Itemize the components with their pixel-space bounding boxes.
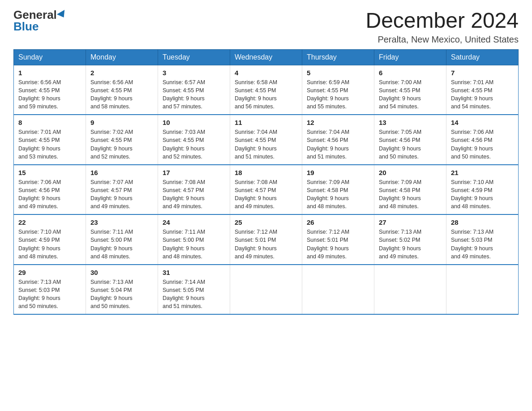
table-row: 10 Sunrise: 7:03 AMSunset: 4:55 PMDaylig… (158, 115, 230, 165)
title-block: December 2024 Peralta, New Mexico, Unite… (365, 9, 519, 45)
table-row: 4 Sunrise: 6:58 AMSunset: 4:55 PMDayligh… (230, 65, 302, 115)
day-number: 12 (307, 119, 369, 126)
day-info: Sunrise: 6:56 AMSunset: 4:55 PMDaylight:… (90, 78, 153, 111)
day-info: Sunrise: 7:10 AMSunset: 4:59 PMDaylight:… (451, 178, 514, 211)
daylight-line2: and 49 minutes. (163, 203, 202, 210)
sunset-text: Sunset: 4:57 PM (163, 187, 204, 193)
day-info: Sunrise: 7:10 AMSunset: 4:59 PMDaylight:… (18, 228, 81, 261)
day-info: Sunrise: 7:03 AMSunset: 4:55 PMDaylight:… (163, 128, 225, 161)
day-number: 31 (163, 269, 225, 276)
daylight-line2: and 57 minutes. (163, 103, 202, 110)
daylight-line1: Daylight: 9 hours (379, 245, 421, 252)
daylight-line2: and 54 minutes. (451, 103, 491, 110)
day-info: Sunrise: 7:11 AMSunset: 5:00 PMDaylight:… (163, 228, 225, 261)
header-sunday: Sunday (14, 49, 86, 65)
daylight-line2: and 51 minutes. (307, 154, 347, 160)
daylight-line1: Daylight: 9 hours (235, 146, 277, 152)
day-info: Sunrise: 7:13 AMSunset: 5:04 PMDaylight:… (90, 278, 153, 311)
sunset-text: Sunset: 4:55 PM (163, 137, 204, 143)
sunrise-text: Sunrise: 6:59 AM (307, 79, 349, 86)
day-info: Sunrise: 7:06 AMSunset: 4:56 PMDaylight:… (18, 178, 81, 211)
day-info: Sunrise: 7:08 AMSunset: 4:57 PMDaylight:… (235, 178, 297, 211)
daylight-line2: and 50 minutes. (18, 303, 58, 309)
sunrise-text: Sunrise: 7:13 AM (90, 279, 133, 285)
sunrise-text: Sunrise: 6:58 AM (235, 79, 277, 86)
sunrise-text: Sunrise: 6:57 AM (163, 79, 205, 86)
day-info: Sunrise: 7:08 AMSunset: 4:57 PMDaylight:… (163, 178, 225, 211)
daylight-line1: Daylight: 9 hours (379, 195, 421, 201)
day-info: Sunrise: 7:14 AMSunset: 5:05 PMDaylight:… (163, 278, 225, 311)
calendar-table: Sunday Monday Tuesday Wednesday Thursday… (13, 49, 519, 315)
sunset-text: Sunset: 4:55 PM (90, 137, 132, 143)
day-info: Sunrise: 7:07 AMSunset: 4:57 PMDaylight:… (90, 178, 153, 211)
daylight-line2: and 56 minutes. (235, 103, 275, 110)
sunset-text: Sunset: 4:58 PM (379, 187, 420, 193)
table-row: 9 Sunrise: 7:02 AMSunset: 4:55 PMDayligh… (86, 115, 158, 165)
sunset-text: Sunset: 4:57 PM (90, 187, 132, 193)
sunrise-text: Sunrise: 7:01 AM (18, 129, 61, 135)
daylight-line2: and 50 minutes. (90, 303, 130, 309)
logo: General Blue (13, 9, 67, 32)
daylight-line1: Daylight: 9 hours (90, 195, 133, 201)
sunset-text: Sunset: 4:55 PM (451, 87, 492, 94)
daylight-line2: and 48 minutes. (163, 253, 202, 260)
day-number: 30 (90, 269, 153, 276)
sunrise-text: Sunrise: 7:11 AM (90, 229, 133, 235)
header-monday: Monday (86, 49, 158, 65)
daylight-line2: and 55 minutes. (307, 103, 347, 110)
daylight-line1: Daylight: 9 hours (235, 195, 277, 201)
calendar-week-row: 15 Sunrise: 7:06 AMSunset: 4:56 PMDaylig… (14, 165, 519, 215)
daylight-line1: Daylight: 9 hours (90, 95, 133, 102)
day-number: 11 (235, 119, 297, 126)
daylight-line2: and 48 minutes. (90, 253, 130, 260)
daylight-line1: Daylight: 9 hours (18, 95, 60, 102)
table-row: 2 Sunrise: 6:56 AMSunset: 4:55 PMDayligh… (86, 65, 158, 115)
calendar-week-row: 8 Sunrise: 7:01 AMSunset: 4:55 PMDayligh… (14, 115, 519, 165)
daylight-line2: and 51 minutes. (163, 303, 202, 309)
table-row: 24 Sunrise: 7:11 AMSunset: 5:00 PMDaylig… (158, 214, 230, 265)
sunset-text: Sunset: 5:03 PM (18, 287, 60, 293)
daylight-line1: Daylight: 9 hours (451, 95, 493, 102)
daylight-line1: Daylight: 9 hours (90, 295, 133, 301)
sunrise-text: Sunrise: 7:10 AM (18, 229, 61, 235)
day-number: 26 (307, 218, 369, 226)
day-info: Sunrise: 7:13 AMSunset: 5:03 PMDaylight:… (18, 278, 81, 311)
sunrise-text: Sunrise: 7:09 AM (379, 179, 421, 185)
daylight-line1: Daylight: 9 hours (18, 195, 60, 201)
calendar-title: December 2024 (365, 9, 519, 33)
daylight-line1: Daylight: 9 hours (307, 195, 349, 201)
daylight-line2: and 58 minutes. (90, 103, 130, 110)
table-row: 3 Sunrise: 6:57 AMSunset: 4:55 PMDayligh… (158, 65, 230, 115)
daylight-line1: Daylight: 9 hours (163, 295, 205, 301)
daylight-line2: and 49 minutes. (235, 253, 275, 260)
day-number: 4 (235, 69, 297, 77)
table-row: 19 Sunrise: 7:09 AMSunset: 4:58 PMDaylig… (302, 165, 374, 215)
daylight-line2: and 49 minutes. (379, 253, 419, 260)
logo-blue-text: Blue (13, 21, 39, 32)
table-row: 27 Sunrise: 7:13 AMSunset: 5:02 PMDaylig… (374, 214, 446, 265)
table-row: 1 Sunrise: 6:56 AMSunset: 4:55 PMDayligh… (14, 65, 86, 115)
sunset-text: Sunset: 4:56 PM (379, 137, 420, 143)
sunrise-text: Sunrise: 7:13 AM (451, 229, 493, 235)
daylight-line2: and 53 minutes. (18, 154, 58, 160)
day-number: 7 (451, 69, 514, 77)
header-friday: Friday (374, 49, 446, 65)
daylight-line1: Daylight: 9 hours (451, 146, 493, 152)
sunrise-text: Sunrise: 7:08 AM (235, 179, 277, 185)
sunset-text: Sunset: 4:55 PM (235, 87, 276, 94)
day-info: Sunrise: 7:02 AMSunset: 4:55 PMDaylight:… (90, 128, 153, 161)
table-row (302, 265, 374, 315)
calendar-week-row: 22 Sunrise: 7:10 AMSunset: 4:59 PMDaylig… (14, 214, 519, 265)
sunset-text: Sunset: 5:01 PM (235, 237, 276, 243)
sunset-text: Sunset: 4:56 PM (451, 137, 492, 143)
sunrise-text: Sunrise: 7:01 AM (451, 79, 493, 86)
daylight-line2: and 54 minutes. (379, 103, 419, 110)
day-number: 18 (235, 169, 297, 176)
daylight-line1: Daylight: 9 hours (90, 146, 133, 152)
sunrise-text: Sunrise: 6:56 AM (90, 79, 133, 86)
header-wednesday: Wednesday (230, 49, 302, 65)
sunset-text: Sunset: 4:55 PM (307, 87, 348, 94)
sunset-text: Sunset: 4:55 PM (379, 87, 420, 94)
sunset-text: Sunset: 4:55 PM (163, 87, 204, 94)
day-info: Sunrise: 7:13 AMSunset: 5:02 PMDaylight:… (379, 228, 442, 261)
